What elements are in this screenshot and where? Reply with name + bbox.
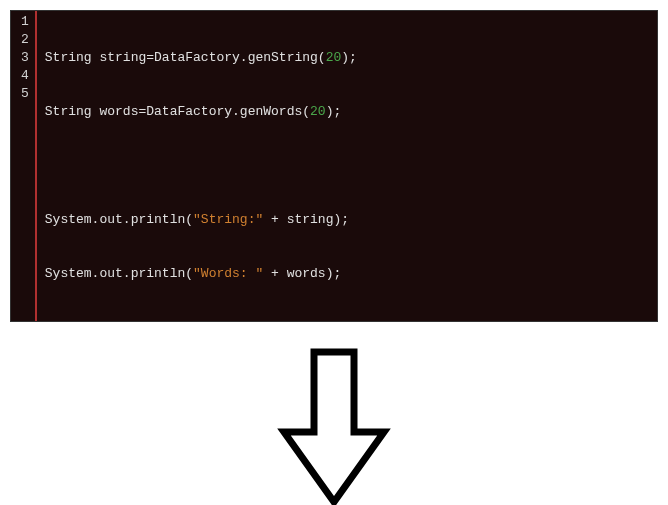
code-line: String words=DataFactory.genWords(20); [45, 103, 357, 121]
code-block: 1 2 3 4 5 String string=DataFactory.genS… [10, 10, 658, 322]
line-number: 5 [21, 85, 29, 103]
arrow-down-icon [274, 342, 394, 505]
line-number: 2 [21, 31, 29, 49]
code-lines: String string=DataFactory.genString(20);… [37, 11, 365, 321]
line-number: 3 [21, 49, 29, 67]
code-line: System.out.println("String:" + string); [45, 211, 357, 229]
code-line [45, 157, 357, 175]
line-number: 1 [21, 13, 29, 31]
code-line: System.out.println("Words: " + words); [45, 265, 357, 283]
code-line: String string=DataFactory.genString(20); [45, 49, 357, 67]
line-number: 4 [21, 67, 29, 85]
arrow-wrap [10, 342, 658, 505]
line-gutter: 1 2 3 4 5 [11, 11, 37, 321]
